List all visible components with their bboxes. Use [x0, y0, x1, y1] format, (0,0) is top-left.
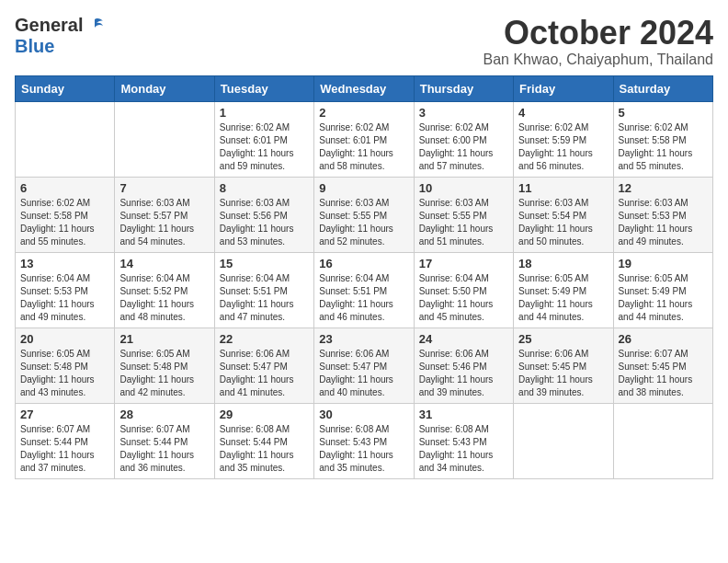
calendar-cell: 10Sunrise: 6:03 AM Sunset: 5:55 PM Dayli… [414, 177, 513, 252]
calendar-cell: 14Sunrise: 6:04 AM Sunset: 5:52 PM Dayli… [115, 252, 214, 327]
day-number: 22 [220, 332, 309, 346]
day-number: 26 [619, 332, 708, 346]
calendar-cell: 6Sunrise: 6:02 AM Sunset: 5:58 PM Daylig… [16, 177, 115, 252]
day-info: Sunrise: 6:08 AM Sunset: 5:44 PM Dayligh… [220, 423, 309, 475]
day-number: 18 [518, 257, 608, 270]
day-info: Sunrise: 6:02 AM Sunset: 5:58 PM Dayligh… [20, 197, 109, 248]
calendar-cell: 13Sunrise: 6:04 AM Sunset: 5:53 PM Dayli… [16, 252, 115, 327]
calendar-week-row: 27Sunrise: 6:07 AM Sunset: 5:44 PM Dayli… [16, 403, 713, 478]
day-number: 29 [220, 408, 309, 421]
calendar-cell: 2Sunrise: 6:02 AM Sunset: 6:01 PM Daylig… [314, 101, 414, 177]
calendar-cell: 26Sunrise: 6:07 AM Sunset: 5:45 PM Dayli… [613, 327, 712, 403]
day-info: Sunrise: 6:07 AM Sunset: 5:44 PM Dayligh… [119, 423, 209, 475]
day-info: Sunrise: 6:04 AM Sunset: 5:52 PM Dayligh… [119, 272, 209, 324]
calendar-cell: 29Sunrise: 6:08 AM Sunset: 5:44 PM Dayli… [214, 403, 313, 478]
calendar-header-row: SundayMondayTuesdayWednesdayThursdayFrid… [16, 75, 713, 101]
day-number: 10 [419, 181, 508, 195]
day-info: Sunrise: 6:02 AM Sunset: 5:59 PM Dayligh… [518, 121, 608, 173]
calendar-cell: 12Sunrise: 6:03 AM Sunset: 5:53 PM Dayli… [613, 177, 712, 252]
day-number: 1 [220, 106, 309, 120]
calendar-cell: 20Sunrise: 6:05 AM Sunset: 5:48 PM Dayli… [16, 327, 115, 403]
calendar-cell: 28Sunrise: 6:07 AM Sunset: 5:44 PM Dayli… [115, 403, 214, 478]
logo-general: General [15, 15, 83, 36]
day-info: Sunrise: 6:05 AM Sunset: 5:48 PM Dayligh… [119, 348, 209, 399]
day-info: Sunrise: 6:06 AM Sunset: 5:45 PM Dayligh… [518, 348, 608, 399]
day-number: 21 [119, 332, 209, 346]
day-number: 16 [319, 257, 408, 270]
day-info: Sunrise: 6:04 AM Sunset: 5:51 PM Dayligh… [220, 272, 309, 324]
weekday-header: Friday [514, 75, 613, 101]
calendar-week-row: 20Sunrise: 6:05 AM Sunset: 5:48 PM Dayli… [16, 327, 713, 403]
day-number: 20 [20, 332, 109, 346]
day-number: 17 [419, 257, 508, 270]
calendar-cell [613, 403, 712, 478]
calendar-cell: 4Sunrise: 6:02 AM Sunset: 5:59 PM Daylig… [514, 101, 613, 177]
day-number: 25 [518, 332, 608, 346]
logo-blue: Blue [15, 36, 54, 56]
location: Ban Khwao, Chaiyaphum, Thailand [483, 52, 713, 68]
day-info: Sunrise: 6:07 AM Sunset: 5:45 PM Dayligh… [619, 348, 708, 399]
calendar-cell: 11Sunrise: 6:03 AM Sunset: 5:54 PM Dayli… [514, 177, 613, 252]
day-number: 5 [619, 106, 708, 120]
day-info: Sunrise: 6:04 AM Sunset: 5:51 PM Dayligh… [319, 272, 408, 324]
calendar-cell: 21Sunrise: 6:05 AM Sunset: 5:48 PM Dayli… [115, 327, 214, 403]
page-header: General Blue October 2024 Ban Khwao, Cha… [15, 15, 713, 68]
weekday-header: Tuesday [214, 75, 313, 101]
calendar-cell: 8Sunrise: 6:03 AM Sunset: 5:56 PM Daylig… [214, 177, 313, 252]
day-number: 27 [20, 408, 109, 421]
calendar-cell: 16Sunrise: 6:04 AM Sunset: 5:51 PM Dayli… [314, 252, 414, 327]
day-info: Sunrise: 6:03 AM Sunset: 5:57 PM Dayligh… [119, 197, 209, 248]
calendar-cell: 27Sunrise: 6:07 AM Sunset: 5:44 PM Dayli… [16, 403, 115, 478]
day-number: 7 [119, 181, 209, 195]
calendar-cell: 24Sunrise: 6:06 AM Sunset: 5:46 PM Dayli… [414, 327, 513, 403]
day-info: Sunrise: 6:05 AM Sunset: 5:49 PM Dayligh… [518, 272, 608, 324]
calendar-cell [115, 101, 214, 177]
weekday-header: Thursday [414, 75, 513, 101]
day-number: 15 [220, 257, 309, 270]
day-number: 12 [619, 181, 708, 195]
day-info: Sunrise: 6:05 AM Sunset: 5:48 PM Dayligh… [20, 348, 109, 399]
calendar-week-row: 13Sunrise: 6:04 AM Sunset: 5:53 PM Dayli… [16, 252, 713, 327]
day-info: Sunrise: 6:03 AM Sunset: 5:56 PM Dayligh… [220, 197, 309, 248]
bird-icon [85, 16, 105, 36]
calendar-cell: 18Sunrise: 6:05 AM Sunset: 5:49 PM Dayli… [514, 252, 613, 327]
day-number: 19 [619, 257, 708, 270]
weekday-header: Wednesday [314, 75, 414, 101]
calendar-cell: 3Sunrise: 6:02 AM Sunset: 6:00 PM Daylig… [414, 101, 513, 177]
day-info: Sunrise: 6:02 AM Sunset: 6:00 PM Dayligh… [419, 121, 508, 173]
calendar-cell: 7Sunrise: 6:03 AM Sunset: 5:57 PM Daylig… [115, 177, 214, 252]
weekday-header: Monday [115, 75, 214, 101]
calendar-cell: 23Sunrise: 6:06 AM Sunset: 5:47 PM Dayli… [314, 327, 414, 403]
calendar-cell: 25Sunrise: 6:06 AM Sunset: 5:45 PM Dayli… [514, 327, 613, 403]
logo: General Blue [15, 15, 105, 57]
day-number: 31 [419, 408, 508, 421]
day-number: 30 [319, 408, 408, 421]
day-number: 23 [319, 332, 408, 346]
calendar-cell: 30Sunrise: 6:08 AM Sunset: 5:43 PM Dayli… [314, 403, 414, 478]
weekday-header: Sunday [16, 75, 115, 101]
day-info: Sunrise: 6:07 AM Sunset: 5:44 PM Dayligh… [20, 423, 109, 475]
day-info: Sunrise: 6:04 AM Sunset: 5:50 PM Dayligh… [419, 272, 508, 324]
day-number: 6 [20, 181, 109, 195]
day-info: Sunrise: 6:03 AM Sunset: 5:55 PM Dayligh… [319, 197, 408, 248]
calendar-cell: 17Sunrise: 6:04 AM Sunset: 5:50 PM Dayli… [414, 252, 513, 327]
calendar-cell [16, 101, 115, 177]
day-info: Sunrise: 6:06 AM Sunset: 5:47 PM Dayligh… [220, 348, 309, 399]
day-info: Sunrise: 6:03 AM Sunset: 5:53 PM Dayligh… [619, 197, 708, 248]
day-info: Sunrise: 6:08 AM Sunset: 5:43 PM Dayligh… [319, 423, 408, 475]
calendar-week-row: 1Sunrise: 6:02 AM Sunset: 6:01 PM Daylig… [16, 101, 713, 177]
calendar-cell [514, 403, 613, 478]
calendar-cell: 1Sunrise: 6:02 AM Sunset: 6:01 PM Daylig… [214, 101, 313, 177]
day-info: Sunrise: 6:03 AM Sunset: 5:54 PM Dayligh… [518, 197, 608, 248]
day-number: 28 [119, 408, 209, 421]
day-number: 4 [518, 106, 608, 120]
day-info: Sunrise: 6:02 AM Sunset: 6:01 PM Dayligh… [319, 121, 408, 173]
calendar-cell: 19Sunrise: 6:05 AM Sunset: 5:49 PM Dayli… [613, 252, 712, 327]
month-title: October 2024 [483, 15, 713, 52]
day-info: Sunrise: 6:05 AM Sunset: 5:49 PM Dayligh… [619, 272, 708, 324]
title-section: October 2024 Ban Khwao, Chaiyaphum, Thai… [483, 15, 713, 68]
day-info: Sunrise: 6:02 AM Sunset: 5:58 PM Dayligh… [619, 121, 708, 173]
calendar-cell: 22Sunrise: 6:06 AM Sunset: 5:47 PM Dayli… [214, 327, 313, 403]
calendar-cell: 5Sunrise: 6:02 AM Sunset: 5:58 PM Daylig… [613, 101, 712, 177]
day-number: 14 [119, 257, 209, 270]
